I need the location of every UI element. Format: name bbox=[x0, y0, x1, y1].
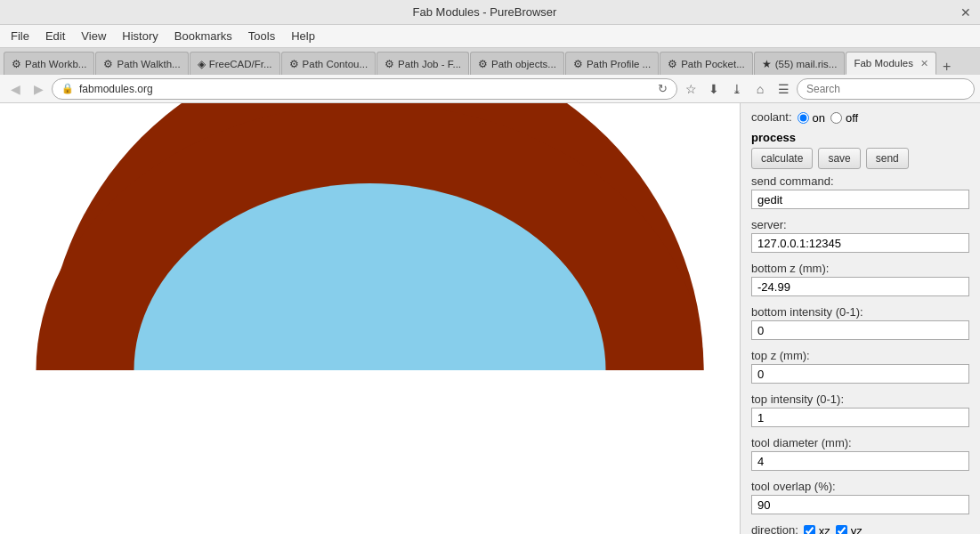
yz-checkbox-label[interactable]: yz bbox=[836, 524, 863, 534]
close-window-button[interactable]: ✕ bbox=[960, 5, 971, 20]
direction-row: direction: xz yz bbox=[751, 523, 969, 534]
address-bar: ◀ ▶ 🔒 fabmodules.org ↻ ☆ ⬇ ⤓ ⌂ ☰ bbox=[0, 75, 980, 103]
coolant-on-radio[interactable] bbox=[798, 112, 809, 124]
tabs-bar: ⚙ Path Workb... ⚙ Path Walkth... ◈ FreeC… bbox=[0, 48, 980, 75]
search-input[interactable] bbox=[797, 78, 975, 100]
server-group: server: bbox=[751, 218, 969, 256]
menu-bar: File Edit View History Bookmarks Tools H… bbox=[0, 25, 980, 48]
process-section: process calculate save send bbox=[751, 131, 969, 169]
toolbar-icons: ☆ ⬇ ⤓ ⌂ ☰ bbox=[681, 79, 793, 99]
tab-icon: ⚙ bbox=[478, 58, 488, 70]
home-button[interactable]: ⌂ bbox=[750, 79, 770, 99]
tab-icon: ◈ bbox=[198, 58, 206, 70]
reload-icon[interactable]: ↻ bbox=[658, 82, 668, 95]
tool-diameter-label: tool diameter (mm): bbox=[751, 436, 969, 449]
top-z-label: top z (mm): bbox=[751, 349, 969, 362]
tab-path-profile[interactable]: ⚙ Path Profile ... bbox=[565, 52, 659, 75]
process-buttons: calculate save send bbox=[751, 148, 969, 169]
tab-path-contou[interactable]: ⚙ Path Contou... bbox=[281, 52, 377, 75]
server-input[interactable] bbox=[751, 233, 969, 253]
tool-overlap-label: tool overlap (%): bbox=[751, 480, 969, 493]
tab-path-walkth[interactable]: ⚙ Path Walkth... bbox=[95, 52, 188, 75]
back-button[interactable]: ◀ bbox=[5, 79, 25, 99]
process-title: process bbox=[751, 131, 969, 144]
title-bar-text: Fab Modules - PureBrowser bbox=[9, 5, 960, 19]
tab-path-workb[interactable]: ⚙ Path Workb... bbox=[4, 52, 94, 75]
bottom-intensity-input[interactable] bbox=[751, 320, 969, 340]
tool-overlap-group: tool overlap (%): bbox=[751, 480, 969, 518]
coolant-label: coolant: bbox=[751, 110, 792, 124]
bottom-intensity-label: bottom intensity (0-1): bbox=[751, 305, 969, 319]
tab-icon: ⚙ bbox=[573, 58, 583, 70]
top-intensity-label: top intensity (0-1): bbox=[751, 392, 969, 406]
menu-history[interactable]: History bbox=[115, 28, 165, 44]
url-text: fabmodules.org bbox=[79, 83, 649, 95]
bottom-intensity-group: bottom intensity (0-1): bbox=[751, 305, 969, 344]
main-content: coolant: on off process calculate save s… bbox=[0, 103, 980, 534]
tab-mail[interactable]: ★ (55) mail.ris... bbox=[754, 52, 846, 75]
canvas-drawing bbox=[0, 103, 740, 534]
tab-icon: ⚙ bbox=[289, 58, 299, 70]
menu-help[interactable]: Help bbox=[284, 28, 322, 44]
coolant-off-radio[interactable] bbox=[830, 112, 842, 124]
menu-file[interactable]: File bbox=[4, 28, 36, 44]
send-button[interactable]: send bbox=[866, 148, 909, 169]
tab-path-pocket[interactable]: ⚙ Path Pocket... bbox=[660, 52, 753, 75]
top-intensity-group: top intensity (0-1): bbox=[751, 392, 969, 431]
bookmark-star-button[interactable]: ☆ bbox=[681, 79, 701, 99]
coolant-row: coolant: on off bbox=[751, 110, 969, 125]
yz-checkbox[interactable] bbox=[836, 525, 847, 534]
coolant-off-label[interactable]: off bbox=[830, 111, 858, 125]
bottom-z-group: bottom z (mm): bbox=[751, 262, 969, 300]
tab-icon: ⚙ bbox=[668, 58, 677, 70]
svg-rect-4 bbox=[1, 370, 740, 534]
tab-close-icon[interactable]: ✕ bbox=[920, 58, 928, 69]
canvas-area bbox=[0, 103, 740, 534]
calculate-button[interactable]: calculate bbox=[751, 148, 813, 169]
url-bar: 🔒 fabmodules.org ↻ bbox=[52, 78, 677, 100]
forward-button[interactable]: ▶ bbox=[28, 79, 48, 99]
tab-path-job[interactable]: ⚙ Path Job - F... bbox=[377, 52, 469, 75]
tool-overlap-input[interactable] bbox=[751, 495, 969, 514]
menu-tools[interactable]: Tools bbox=[241, 28, 282, 44]
tab-icon: ★ bbox=[762, 58, 772, 70]
bottom-z-label: bottom z (mm): bbox=[751, 262, 969, 275]
tab-icon: ⚙ bbox=[103, 58, 113, 70]
tab-freecad[interactable]: ◈ FreeCAD/Fr... bbox=[190, 52, 280, 75]
bottom-z-input[interactable] bbox=[751, 277, 969, 296]
send-command-label: send command: bbox=[751, 174, 969, 188]
tool-diameter-group: tool diameter (mm): bbox=[751, 436, 969, 474]
send-command-group: send command: bbox=[751, 174, 969, 213]
top-intensity-input[interactable] bbox=[751, 408, 969, 427]
menu-button[interactable]: ☰ bbox=[773, 79, 793, 99]
tab-icon: ⚙ bbox=[12, 58, 21, 70]
xz-checkbox-label[interactable]: xz bbox=[804, 524, 830, 534]
direction-label: direction: bbox=[751, 523, 798, 534]
top-z-group: top z (mm): bbox=[751, 349, 969, 387]
menu-edit[interactable]: Edit bbox=[38, 28, 72, 44]
pocket-button[interactable]: ⬇ bbox=[704, 79, 724, 99]
xz-checkbox[interactable] bbox=[804, 525, 815, 534]
tab-fab-modules[interactable]: Fab Modules ✕ bbox=[846, 52, 935, 75]
menu-bookmarks[interactable]: Bookmarks bbox=[167, 28, 239, 44]
download-button[interactable]: ⤓ bbox=[727, 79, 747, 99]
coolant-on-label[interactable]: on bbox=[798, 111, 825, 125]
tab-icon: ⚙ bbox=[385, 58, 394, 70]
tab-path-objects[interactable]: ⚙ Path objects... bbox=[470, 52, 564, 75]
server-label: server: bbox=[751, 218, 969, 231]
tool-diameter-input[interactable] bbox=[751, 451, 969, 471]
menu-view[interactable]: View bbox=[74, 28, 113, 44]
top-z-input[interactable] bbox=[751, 364, 969, 384]
lock-icon: 🔒 bbox=[61, 83, 74, 94]
right-panel: coolant: on off process calculate save s… bbox=[740, 103, 980, 534]
new-tab-button[interactable]: + bbox=[937, 59, 956, 75]
send-command-input[interactable] bbox=[751, 190, 969, 209]
title-bar: Fab Modules - PureBrowser ✕ bbox=[0, 0, 980, 25]
save-button[interactable]: save bbox=[818, 148, 860, 169]
